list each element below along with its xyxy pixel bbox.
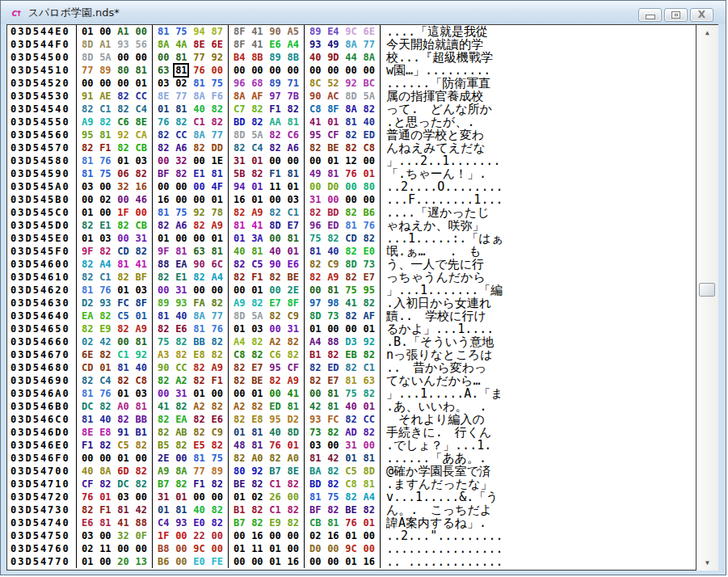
hex-byte[interactable]: 16 [362,555,377,568]
hex-byte[interactable]: 03 [98,232,112,245]
hex-byte[interactable]: C1 [268,478,283,491]
hex-byte[interactable]: 81 [192,322,207,335]
hex-byte[interactable]: 8A [156,38,170,51]
hex-byte[interactable]: A2 [268,335,283,348]
hex-byte[interactable]: 00 [156,51,170,64]
hex-byte[interactable]: 8E [156,90,170,103]
hex-byte[interactable]: 00 [232,387,246,400]
hex-byte[interactable]: 31 [344,439,359,452]
hex-byte[interactable]: 31 [156,491,170,503]
hex-byte[interactable]: 82 [192,219,207,232]
hex-byte[interactable]: 00 [192,154,207,167]
hex-byte[interactable]: 89 [98,64,112,77]
hex-byte[interactable]: 20 [116,555,131,568]
hex-byte[interactable]: BF [308,503,322,516]
hex-byte[interactable]: 01 [192,387,207,400]
hex-byte[interactable]: A6 [174,141,188,154]
hex-byte[interactable]: 94 [192,25,207,38]
hex-byte[interactable]: 01 [174,491,188,503]
hex-byte[interactable]: 82 [362,387,377,400]
hex-byte[interactable]: CD [116,245,131,258]
hex-byte[interactable]: 00 [326,322,340,335]
hex-byte[interactable]: E0 [362,245,377,258]
hex-byte[interactable]: 77 [210,310,225,322]
hex-byte[interactable]: BC [362,77,377,90]
decoded-text[interactable]: それより編入の [381,413,696,426]
hex-byte[interactable]: 82 [326,503,340,516]
hex-byte[interactable]: 41 [250,25,264,38]
hex-byte[interactable]: C5 [116,439,131,452]
minimize-button[interactable] [638,8,662,22]
hex-byte[interactable]: 00 [134,25,149,38]
hex-byte[interactable]: 02 [308,529,322,542]
hex-byte[interactable]: 89 [210,465,225,478]
hex-byte[interactable]: A0 [116,400,131,413]
hex-byte[interactable]: 82 [156,219,170,232]
hex-byte[interactable]: 40 [308,51,322,64]
hex-byte[interactable]: 90 [308,90,322,103]
hex-byte[interactable]: 01 [344,529,359,542]
hex-byte[interactable]: 82 [268,206,283,219]
hex-byte[interactable]: 01 [98,361,112,374]
hex-byte[interactable]: 16 [134,180,149,193]
hex-byte[interactable]: 82 [174,400,188,413]
hex-byte[interactable]: 82 [362,232,377,245]
hex-byte[interactable]: 82 [286,348,301,361]
hex-byte[interactable]: 82 [286,503,301,516]
hex-byte[interactable]: 82 [268,141,283,154]
hex-byte[interactable]: 42 [308,400,322,413]
hex-byte[interactable]: 76 [98,284,112,297]
hex-byte[interactable]: 81 [80,387,95,400]
hex-byte[interactable]: C5 [250,258,264,271]
hex-byte[interactable]: 88 [156,258,170,271]
hex-byte[interactable]: 81 [80,154,95,167]
hex-byte[interactable]: 8F [232,25,246,38]
hex-byte[interactable]: 42 [134,503,149,516]
hex-byte[interactable]: 42 [326,452,340,465]
hex-byte[interactable]: 82 [286,478,301,491]
hex-byte[interactable]: 96 [308,219,322,232]
hex-byte[interactable]: 7B [286,90,301,103]
hex-byte[interactable]: F1 [192,478,207,491]
hex-byte[interactable]: 81 [250,245,264,258]
hex-byte[interactable]: 82 [192,426,207,439]
hex-byte[interactable]: 00 [134,491,149,503]
hex-byte[interactable]: 00 [116,77,131,90]
hex-byte[interactable]: E7 [362,271,377,284]
hex-byte[interactable]: 00 [174,193,188,206]
hex-byte[interactable]: 22 [192,529,207,542]
hex-byte[interactable]: A4 [210,271,225,284]
hex-byte[interactable]: 00 [362,154,377,167]
hex-byte[interactable]: 81 [362,452,377,465]
hex-byte[interactable]: 11 [98,542,112,555]
hex-byte[interactable]: A9 [80,116,95,128]
hex-byte[interactable]: 82 [250,478,264,491]
hex-byte[interactable]: 00 [116,542,131,555]
hex-byte[interactable]: 01 [116,284,131,297]
hex-byte[interactable]: 75 [210,452,225,465]
hex-byte[interactable]: 8D [362,465,377,478]
hex-byte[interactable]: 03 [134,284,149,297]
hex-byte[interactable]: 00 [174,529,188,542]
hex-byte[interactable]: 01 [232,232,246,245]
hex-byte[interactable]: A9 [250,206,264,219]
hex-byte[interactable]: 00 [134,51,149,64]
hex-byte[interactable]: C6 [268,348,283,361]
hex-byte[interactable]: 82 [134,478,149,491]
hex-byte[interactable]: 82 [156,426,170,439]
hex-byte[interactable]: 00 [80,193,95,206]
hex-byte[interactable]: 82 [156,271,170,284]
hex-byte[interactable]: 00 [116,51,131,64]
hex-byte[interactable]: 01 [98,491,112,503]
hex-byte[interactable]: 76 [98,387,112,400]
hex-byte[interactable]: C4 [156,516,170,529]
hex-byte[interactable]: E6 [268,38,283,51]
hex-byte[interactable]: 81 [344,374,359,387]
hex-byte[interactable]: 49 [308,167,322,180]
hex-byte[interactable]: 40 [80,465,95,478]
hex-byte[interactable]: 8D [344,258,359,271]
hex-byte[interactable]: A4 [98,258,112,271]
hex-byte[interactable]: 31 [286,322,301,335]
hex-byte[interactable]: 82 [308,141,322,154]
hex-byte[interactable]: 89 [268,77,283,90]
